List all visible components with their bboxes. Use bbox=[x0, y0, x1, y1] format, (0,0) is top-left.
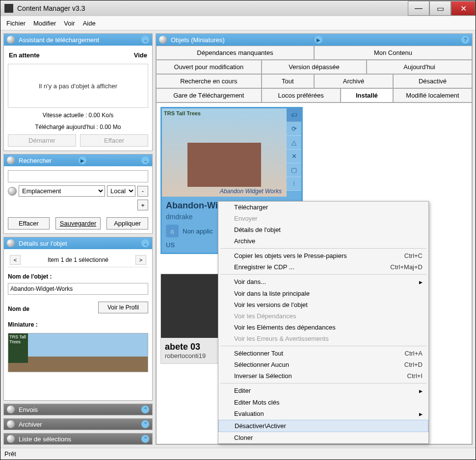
ctx-invert-selection[interactable]: Inverser la SélectionCtrl+I bbox=[218, 370, 428, 382]
ctx-archive[interactable]: Archive bbox=[218, 235, 428, 247]
close-button[interactable]: ✕ bbox=[451, 1, 476, 16]
tab-missing-deps[interactable]: Dépendances manquantes bbox=[156, 46, 314, 60]
globe-icon bbox=[7, 156, 15, 164]
ctx-download[interactable]: Télécharger bbox=[218, 202, 428, 213]
collapse-icon[interactable]: ⌄ bbox=[141, 156, 149, 164]
play-icon[interactable]: ▶ bbox=[79, 156, 86, 164]
tab-installed[interactable]: Installé bbox=[341, 88, 393, 102]
author-label: Nom de bbox=[8, 306, 29, 312]
house-icon: ⌂ bbox=[166, 225, 179, 237]
globe-icon bbox=[7, 406, 15, 413]
titlebar: Content Manager v3.3 — ▭ ✕ bbox=[0, 0, 476, 16]
object-name-label: Nom de l'objet : bbox=[8, 273, 148, 280]
globe-icon[interactable] bbox=[8, 187, 17, 196]
menu-edit[interactable]: Modifier bbox=[33, 20, 56, 27]
collapse-icon[interactable]: ⌄ bbox=[141, 239, 149, 247]
ctx-copy[interactable]: Copier les objets vers le Presse-papiers… bbox=[218, 250, 428, 261]
minimize-button[interactable]: — bbox=[408, 1, 429, 16]
sends-panel[interactable]: Envois⌃ bbox=[3, 404, 153, 415]
tab-localmod[interactable]: Modifié localement bbox=[393, 88, 472, 102]
ctx-view-main[interactable]: Voir dans la liste principale bbox=[218, 288, 428, 299]
download-today: Téléchargé aujourd'hui : 0.00 Mo bbox=[8, 123, 148, 131]
ctx-evaluation[interactable]: Evaluation bbox=[218, 408, 428, 420]
thumbnail-preview: TRS Tall Trees bbox=[8, 333, 148, 372]
tag-icon[interactable]: 🏷 bbox=[287, 108, 301, 122]
filter-tabs: Dépendances manquantes Mon Contenu Ouver… bbox=[156, 46, 472, 102]
ctx-clone[interactable]: Cloner bbox=[218, 432, 428, 443]
ctx-view-deps: Voir les Dépendances bbox=[218, 310, 428, 322]
tab-archived[interactable]: Archivé bbox=[314, 74, 393, 88]
ctx-edit-keywords[interactable]: Editer Mots clés bbox=[218, 397, 428, 408]
ctx-select-none[interactable]: Sélectionner AucunCtrl+D bbox=[218, 359, 428, 370]
ctx-toggle-enable[interactable]: Désactiver\Activer bbox=[218, 420, 428, 432]
tab-searching[interactable]: Recherche en cours bbox=[156, 74, 262, 88]
globe-icon bbox=[7, 239, 15, 247]
download-speed: Vitesse actuelle : 0.00 Ko/s bbox=[8, 111, 148, 120]
download-clear-button[interactable]: Effacer bbox=[80, 134, 148, 147]
tab-all[interactable]: Tout bbox=[262, 74, 314, 88]
ctx-view-in[interactable]: Voir dans... bbox=[218, 276, 428, 288]
ctx-select-all[interactable]: Sélectionner ToutCtrl+A bbox=[218, 348, 428, 359]
menubar: Fichier Modifier Voir Aide bbox=[0, 16, 476, 30]
search-panel: Rechercher ▶ ⌄ Emplacement Local - + bbox=[3, 154, 153, 234]
tab-open-edit[interactable]: Ouvert pour modification bbox=[156, 60, 262, 74]
ctx-view-errors: Voir les Erreurs & Avertissements bbox=[218, 333, 428, 344]
asset-thumbnail: TRS Tall Trees Abandon Widget Works bbox=[162, 108, 287, 197]
ctx-edit[interactable]: Editer bbox=[218, 385, 428, 397]
add-criterion-button[interactable]: + bbox=[137, 200, 148, 210]
archive-panel[interactable]: Archiver⌃ bbox=[3, 418, 153, 430]
collapse-icon[interactable]: ⌄ bbox=[141, 36, 149, 44]
globe-icon bbox=[7, 36, 15, 44]
download-assistant-panel: Assistant de téléchargement ⌄ En attente… bbox=[3, 33, 153, 151]
details-panel-title: Détails sur l'objet bbox=[19, 240, 141, 247]
ctx-view-versions[interactable]: Voir les versions de l'objet bbox=[218, 299, 428, 310]
status-text: Prêt bbox=[4, 450, 16, 458]
search-save-button[interactable]: Sauvegarder bbox=[55, 217, 101, 230]
tab-disabled[interactable]: Désactivé bbox=[393, 74, 472, 88]
object-name-input[interactable] bbox=[8, 283, 148, 295]
view-profile-button[interactable]: Voir le Profil bbox=[98, 302, 148, 313]
ctx-save-cdp[interactable]: Enregistrer le CDP ...Ctrl+Maj+D bbox=[218, 261, 428, 273]
details-panel: Détails sur l'objet ⌄ < Item 1 de 1 séle… bbox=[3, 237, 153, 401]
nav-prev-button[interactable]: < bbox=[10, 255, 21, 265]
tab-outdated[interactable]: Version dépassée bbox=[262, 60, 367, 74]
thumbnail-label: Miniature : bbox=[8, 321, 148, 328]
box-icon[interactable]: ▢ bbox=[287, 163, 301, 177]
search-clear-button[interactable]: Effacer bbox=[8, 217, 50, 230]
download-status: En attente bbox=[9, 51, 40, 59]
search-scope-select[interactable]: Local bbox=[107, 185, 135, 197]
ctx-details[interactable]: Détails de l'objet bbox=[218, 224, 428, 235]
search-apply-button[interactable]: Appliquer bbox=[106, 217, 148, 230]
expand-icon[interactable]: ⌃ bbox=[141, 420, 149, 428]
tab-my-content[interactable]: Mon Contenu bbox=[314, 46, 472, 60]
tab-today[interactable]: Aujourd'hui bbox=[367, 60, 472, 74]
tools-icon[interactable]: ✕ bbox=[287, 150, 301, 163]
menu-file[interactable]: Fichier bbox=[6, 20, 26, 27]
tab-dls[interactable]: Gare de Téléchargement bbox=[156, 88, 262, 102]
search-field-select[interactable]: Emplacement bbox=[19, 185, 105, 197]
nav-next-button[interactable]: > bbox=[135, 255, 146, 265]
globe-icon bbox=[159, 36, 167, 44]
play-icon[interactable]: ▶ bbox=[315, 36, 322, 44]
expand-icon[interactable]: ⌃ bbox=[141, 435, 149, 443]
refresh-icon[interactable]: ⟳ bbox=[287, 122, 301, 136]
misc-icon[interactable]: ⁝ bbox=[287, 177, 301, 191]
app-icon bbox=[4, 4, 13, 13]
download-empty-label: Vide bbox=[134, 51, 147, 59]
tab-favlocos[interactable]: Locos préférées bbox=[262, 88, 341, 102]
maximize-button[interactable]: ▭ bbox=[429, 1, 451, 16]
warning-icon[interactable]: △ bbox=[287, 136, 301, 150]
ctx-send: Envoyer bbox=[218, 213, 428, 224]
nav-label: Item 1 de 1 sélectionné bbox=[24, 256, 132, 263]
menu-help[interactable]: Aide bbox=[83, 20, 96, 27]
menu-view[interactable]: Voir bbox=[64, 20, 75, 27]
globe-icon bbox=[7, 435, 15, 443]
download-start-button[interactable]: Démarrer bbox=[8, 134, 76, 147]
search-input[interactable] bbox=[8, 170, 148, 182]
remove-criterion-button[interactable]: - bbox=[137, 186, 148, 197]
ctx-view-dep-elems[interactable]: Voir les Eléments des dépendances bbox=[218, 322, 428, 333]
expand-icon[interactable]: ⌃ bbox=[141, 406, 149, 413]
picklist-panel[interactable]: Liste de sélections⌃ bbox=[3, 433, 153, 445]
help-icon[interactable]: ? bbox=[461, 36, 469, 44]
statusbar: Prêt bbox=[0, 448, 476, 460]
